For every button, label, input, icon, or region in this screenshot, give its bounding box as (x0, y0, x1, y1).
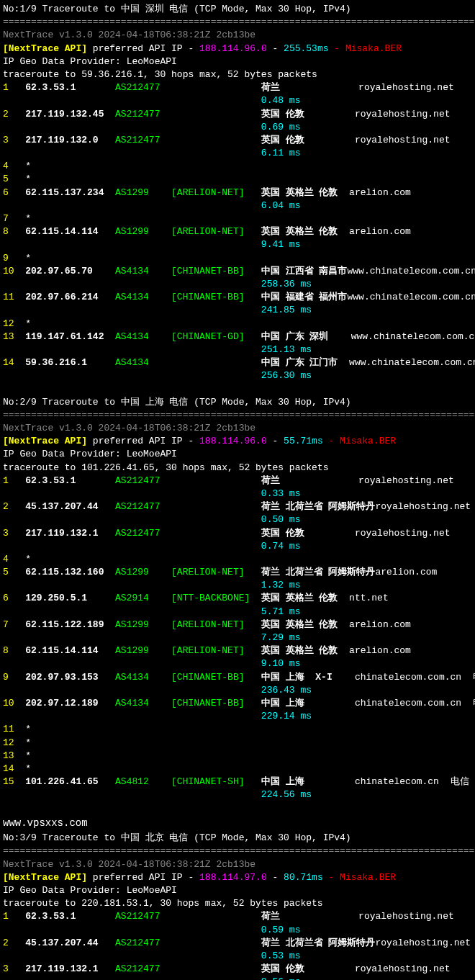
hop-num: 10 (3, 266, 25, 277)
separator: ========================================… (3, 845, 474, 856)
hop-latency-row: 0.74 ms (3, 540, 475, 553)
hop-asn: AS212477 (115, 82, 171, 93)
hop-num: 8 (3, 226, 25, 237)
hop-ip: 62.115.14.114 (25, 226, 115, 237)
hop-timeout: * (25, 750, 31, 761)
hop-net (171, 963, 261, 974)
hop-row: 13 119.147.61.142 AS4134 [CHINANET-GD] 中… (3, 331, 475, 343)
hop-location: 荷兰 北荷兰省 阿姆斯特丹 (261, 938, 376, 948)
hop-timeout: * (25, 737, 31, 748)
hop-num: 11 (3, 724, 25, 734)
hop-location: 荷兰 (261, 82, 358, 93)
api-ip: 188.114.96.0 (199, 436, 267, 446)
hop-latency-row: 5.71 ms (3, 606, 475, 619)
hop-timeout: * (25, 554, 31, 565)
hop-ip: 45.137.207.44 (25, 501, 115, 512)
hop-asn: AS212477 (115, 501, 171, 512)
hop-ip: 129.250.5.1 (25, 593, 115, 603)
traceroute-info: traceroute to 220.181.53.1, 30 hops max,… (3, 898, 323, 909)
hop-host: royalehosting.net (358, 82, 454, 93)
hop-latency: 5.71 ms (261, 606, 301, 617)
hop-num: 8 (3, 645, 25, 656)
hop-latency-row: 0.48 ms (3, 94, 475, 107)
hop-ip: 62.115.122.189 (25, 619, 115, 630)
hop-ip: 217.119.132.45 (25, 109, 115, 120)
hop-ip: 62.115.137.234 (25, 187, 115, 198)
hop-location: 荷兰 (261, 475, 358, 486)
hop-row: 1 62.3.53.1 AS212477 荷兰 royalehosting.ne… (3, 81, 475, 94)
hop-row: 8 62.115.14.114 AS1299 [ARELION-NET] 英国 … (3, 225, 475, 238)
hop-net (171, 911, 261, 922)
hop-row: 3 217.119.132.1 AS212477 英国 伦敦 royalehos… (3, 963, 475, 976)
hop-timeout: * (25, 174, 31, 184)
hop-latency: 0.48 ms (261, 95, 301, 106)
hop-net: [NTT-BACKBONE] (171, 593, 261, 603)
hop-row: 7 * (3, 212, 475, 225)
hop-location: 英国 英格兰 伦敦 (261, 645, 349, 656)
hop-latency-row: 6.04 ms (3, 199, 475, 212)
trace-title: No:3/9 Traceroute to 中国 北京 电信 (TCP Mode,… (3, 832, 351, 843)
hop-latency: 0.69 ms (261, 122, 301, 132)
hop-net (171, 357, 261, 368)
hop-row: 7 62.115.122.189 AS1299 [ARELION-NET] 英国… (3, 619, 475, 631)
hop-timeout: * (25, 253, 31, 264)
hop-row: 14 59.36.216.1 AS4134 中国 广东 江门市 www.chin… (3, 356, 475, 369)
hop-net (171, 109, 261, 120)
hop-ip: 62.115.132.160 (25, 567, 115, 577)
hop-num: 7 (3, 213, 25, 224)
hop-num: 7 (3, 619, 25, 630)
hop-net: [CHINANET-BB] (171, 672, 261, 683)
hop-host: royalehosting.net (355, 963, 451, 974)
hop-location: 英国 伦敦 (261, 135, 355, 145)
hop-net (171, 135, 261, 145)
hop-num: 9 (3, 672, 25, 683)
trace-header: No:1/9 Traceroute to 中国 深圳 电信 (TCP Mode,… (3, 3, 475, 16)
hop-timeout: * (25, 161, 31, 171)
hop-ip: 45.137.207.44 (25, 938, 115, 948)
hop-latency-row: 0.59 ms (3, 924, 475, 937)
hop-num: 2 (3, 501, 25, 512)
hop-host: royalehosting.net (358, 475, 454, 486)
hop-ip: 202.97.66.214 (25, 292, 115, 302)
hop-latency-row: 251.13 ms (3, 343, 475, 356)
hop-latency-row: 229.14 ms (3, 710, 475, 723)
hop-net (171, 82, 261, 93)
hop-num: 12 (3, 737, 25, 748)
hop-num: 4 (3, 554, 25, 565)
hop-isp: 电信 (461, 698, 475, 709)
hop-num: 6 (3, 187, 25, 198)
hop-asn: AS4134 (115, 266, 171, 277)
hop-host: royalehosting.net (355, 109, 451, 120)
nexttrace-version: NextTrace v1.3.0 2024-04-18T06:38:21Z 2c… (3, 30, 255, 40)
geo-provider: IP Geo Data Provider: LeoMoeAPI (3, 56, 177, 67)
separator: ========================================… (3, 410, 474, 421)
traceroute-info: traceroute to 59.36.216.1, 30 hops max, … (3, 69, 317, 80)
hop-net: [ARELION-NET] (171, 619, 261, 630)
hop-asn: AS2914 (115, 593, 171, 603)
hop-latency-row: 0.53 ms (3, 950, 475, 963)
hop-num: 3 (3, 135, 25, 145)
api-ip: 188.114.97.0 (199, 872, 267, 883)
hop-net: [CHINANET-GD] (171, 331, 261, 342)
hop-asn: AS4134 (115, 357, 171, 368)
separator: ========================================… (3, 17, 474, 27)
hop-location: 中国 福建省 福州市 (261, 292, 348, 302)
trace-header: No:3/9 Traceroute to 中国 北京 电信 (TCP Mode,… (3, 832, 475, 845)
hop-net: [CHINANET-SH] (171, 776, 261, 787)
hop-row: 8 62.115.14.114 AS1299 [ARELION-NET] 英国 … (3, 644, 475, 657)
hop-latency: 0.53 ms (261, 950, 301, 961)
hop-row: 4 * (3, 160, 475, 173)
hop-num: 4 (3, 161, 25, 171)
hop-latency-row: 0.33 ms (3, 487, 475, 500)
hop-num: 10 (3, 698, 25, 709)
hop-row: 12 * (3, 318, 475, 331)
watermark: www.vpsxxs.com (3, 817, 475, 831)
hop-net: [ARELION-NET] (171, 645, 261, 656)
hop-host: arelion.com (349, 645, 411, 656)
trace-title: No:2/9 Traceroute to 中国 上海 电信 (TCP Mode,… (3, 397, 351, 408)
hop-ip: 217.119.132.0 (25, 135, 115, 145)
hop-latency-row: 0.56 ms (3, 976, 475, 980)
hop-asn: AS1299 (115, 619, 171, 630)
trace-title: No:1/9 Traceroute to 中国 深圳 电信 (TCP Mode,… (3, 4, 351, 14)
hop-host: arelion.com (376, 567, 438, 577)
